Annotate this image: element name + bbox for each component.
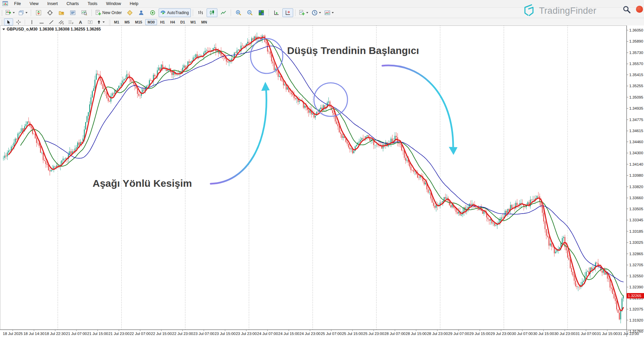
new-chart-button[interactable] (4, 8, 16, 17)
profiles-caret-icon (25, 12, 28, 13)
text-icon: A (78, 19, 83, 25)
menu-tools[interactable]: Tools (83, 0, 102, 7)
cursor-icon (6, 19, 11, 25)
templates-icon (324, 10, 330, 16)
fibonacci-button[interactable]: F (66, 18, 75, 25)
svg-text:T: T (89, 21, 91, 24)
timeframe-m15[interactable]: M15 (133, 19, 145, 25)
new-chart-caret-icon (13, 12, 15, 13)
autotrading-icon (160, 10, 166, 16)
zoom-out-button[interactable] (245, 8, 255, 17)
chart-candles-button[interactable] (207, 8, 217, 17)
navigator-button[interactable] (56, 8, 67, 17)
chart-shift-icon (285, 10, 291, 16)
time-label: 25 Jul 15:00 (342, 332, 363, 336)
chart-shift-button[interactable] (282, 8, 293, 17)
autotrading-label: AutoTrading (167, 10, 190, 15)
time-label: 29 Jul 07:00 (448, 332, 469, 336)
tile-windows-icon (258, 10, 264, 16)
timeframe-mn[interactable]: MN (199, 19, 209, 25)
timeframe-h1[interactable]: H1 (158, 19, 167, 25)
indicators-button[interactable] (298, 8, 310, 17)
periods-button[interactable] (310, 8, 322, 17)
toolbar-grip[interactable] (1, 19, 3, 25)
symbol-label[interactable]: GBPUSD_o,M30 1.36308 1.36308 1.36255 1.3… (2, 27, 101, 32)
vertical-line-button[interactable] (27, 18, 36, 25)
terminal-icon (70, 10, 76, 16)
timeframe-d1[interactable]: D1 (178, 19, 187, 25)
profiles-button[interactable] (17, 8, 29, 17)
menu-charts[interactable]: Charts (62, 0, 83, 7)
toolbar-separator (92, 9, 92, 16)
time-label: 22 Jul 07:00 (129, 332, 151, 336)
price-label: 1.34460 (629, 140, 643, 144)
price-label: 1.35255 (629, 84, 643, 88)
brand: TradingFinder (522, 4, 596, 18)
text-label-button[interactable]: T (86, 18, 95, 25)
signals-icon (150, 10, 156, 16)
status-indicator-icon[interactable] (636, 6, 643, 13)
terminal-button[interactable] (67, 8, 78, 17)
time-label: 22 Jul 15:00 (151, 332, 172, 336)
signals-button[interactable] (147, 8, 158, 17)
strategy-tester-button[interactable] (79, 8, 90, 17)
text-button[interactable]: A (76, 18, 85, 25)
new-order-button[interactable]: New Order (94, 8, 124, 17)
equidistant-channel-button[interactable]: E (56, 18, 65, 25)
data-window-button[interactable] (45, 8, 55, 17)
zoom-in-button[interactable] (233, 8, 244, 17)
price-label: 1.34300 (629, 151, 643, 155)
chart-bars-button[interactable] (195, 8, 206, 17)
chart-area[interactable]: 1.360501.358901.357301.355701.354151.352… (0, 25, 644, 337)
timeframe-m1[interactable]: M1 (112, 19, 121, 25)
market-watch-button[interactable] (33, 8, 44, 17)
time-label: 28 Jul 15:00 (406, 332, 427, 336)
time-label: 21 Jul 23:00 (108, 332, 129, 336)
price-label: 1.36050 (629, 28, 643, 32)
time-label: 31 Jul 15:00 (597, 332, 618, 336)
symbol-dropdown-icon (2, 29, 5, 30)
chart-bars-icon (198, 10, 204, 16)
chart-line-button[interactable] (218, 8, 229, 17)
toolbar-grip[interactable] (1, 10, 3, 16)
time-label: 31 Jul 07:00 (576, 332, 597, 336)
time-label: 24 Jul 23:00 (300, 332, 321, 336)
menu-window[interactable]: Window (102, 0, 125, 7)
price-label: 1.35730 (629, 51, 643, 55)
toolbar-separator (193, 9, 193, 16)
templates-button[interactable] (323, 8, 335, 17)
price-label: 1.34615 (629, 129, 643, 133)
mql5-button[interactable] (136, 8, 147, 17)
menu-file[interactable]: File (10, 0, 25, 7)
time-label: 24 Jul 07:00 (257, 332, 278, 336)
cursor-button[interactable] (4, 18, 13, 25)
trendline-button[interactable] (47, 18, 56, 25)
toolbar-grip[interactable] (109, 19, 110, 25)
menu-view[interactable]: View (25, 0, 43, 7)
toolbar-separator (25, 19, 25, 25)
time-label: 18 Jul 22:30 (45, 332, 66, 336)
time-label: 18 Jul 2025 (3, 332, 22, 336)
toolbar-separator (231, 9, 231, 16)
menu-help[interactable]: Help (125, 0, 143, 7)
crosshair-button[interactable] (14, 18, 23, 25)
search-button[interactable] (623, 5, 631, 15)
market-watch-icon (36, 10, 42, 16)
price-label: 1.33980 (629, 173, 643, 177)
timeframe-m30[interactable]: M30 (145, 19, 157, 25)
symbol-ohlc: 1.36308 1.36308 1.36255 1.36265 (39, 27, 101, 32)
timeframe-h4[interactable]: H4 (168, 19, 177, 25)
timeframe-m5[interactable]: M5 (122, 19, 132, 25)
svg-text:E: E (62, 22, 64, 24)
chart-candles-icon (209, 10, 215, 16)
profiles-icon (18, 10, 24, 16)
autotrading-button[interactable]: AutoTrading (159, 8, 191, 17)
metaeditor-button[interactable] (124, 8, 135, 17)
menu-insert[interactable]: Insert (43, 0, 62, 7)
arrows-button[interactable] (95, 18, 106, 25)
auto-scroll-button[interactable] (271, 8, 282, 17)
timeframe-w1[interactable]: W1 (188, 19, 199, 25)
time-label: 23 Jul 15:00 (215, 332, 236, 336)
horizontal-line-button[interactable] (37, 18, 46, 25)
tile-windows-button[interactable] (256, 8, 267, 17)
